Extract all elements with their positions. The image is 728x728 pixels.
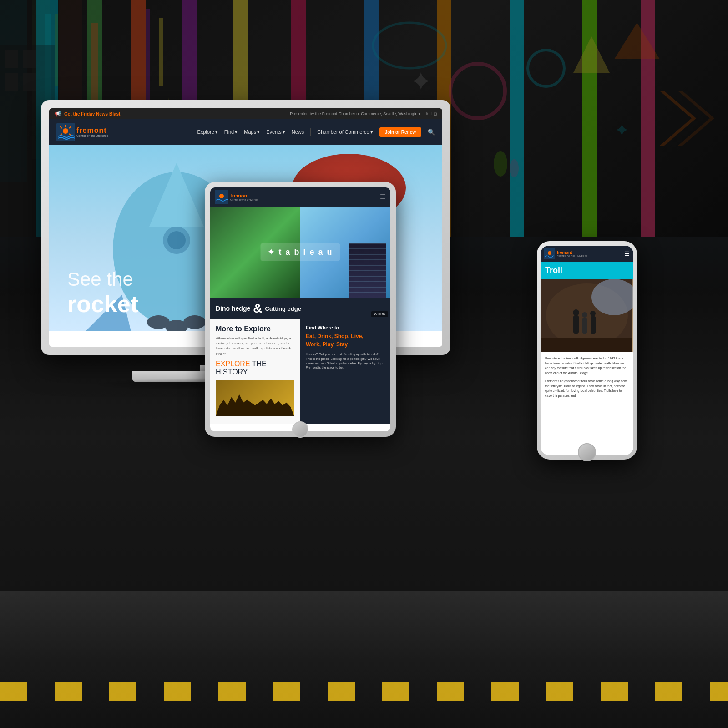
tablet-topbar: fremont Center of the Universe ☰ (210, 187, 390, 207)
phone-device: fremont CENTER OF THE UNIVERSE ☰ Troll (537, 241, 637, 460)
svg-point-42 (183, 315, 206, 329)
social-icons: 𝕏 f ◻ (425, 111, 437, 116)
svg-point-54 (573, 309, 579, 316)
tablet-find-section: Find Where to Eat, Drink, Shop, Live, Wo… (300, 319, 390, 424)
nav-maps[interactable]: Maps ▾ (244, 129, 260, 135)
tablet-lower: More to Explore Where else will you find… (210, 319, 390, 424)
tablet-hero-image: ✦ t a b l e a u (210, 207, 390, 298)
phone-hero-image (541, 279, 633, 352)
tablet-frame: fremont Center of the Universe ☰ ✦ t a b… (205, 182, 396, 437)
find-description: Hungry? Got you covered. Meeting up with… (306, 352, 385, 370)
join-renew-button[interactable]: Join or Renew (379, 127, 421, 137)
announcement-link[interactable]: Get the Friday News Blast (64, 111, 120, 116)
hero-rocket-label: rocket (67, 290, 138, 318)
tablet-menu-icon[interactable]: ☰ (380, 193, 386, 201)
twitter-icon[interactable]: 𝕏 (425, 111, 429, 116)
nav-events[interactable]: Events ▾ (266, 129, 285, 135)
nav-find[interactable]: Find ▾ (224, 129, 238, 135)
phone-troll-bar: Troll (541, 262, 633, 279)
announcement-left: 📢 Get the Friday News Blast (55, 111, 120, 117)
phone-content-para1: Ever since the Aurora Bridge was erected… (545, 356, 629, 375)
gasworks-silhouette (216, 389, 294, 416)
hero-text-overlay: See the rocket (67, 268, 138, 318)
chevron-icon: ▾ (235, 129, 238, 135)
explore-link-explore: EXPLORE (216, 360, 250, 368)
building-windows (349, 243, 386, 298)
svg-rect-55 (582, 318, 587, 334)
gasworks-image (216, 380, 294, 416)
phone-logo-name: fremont (557, 250, 587, 255)
svg-rect-57 (591, 316, 596, 334)
nav-divider (310, 128, 311, 136)
logo-fremont-name: fremont (76, 127, 108, 134)
phone-logo-subtitle: CENTER OF THE UNIVERSE (557, 255, 587, 258)
tablet-logo-name: fremont (230, 193, 258, 198)
phone-menu-icon[interactable]: ☰ (625, 251, 630, 257)
chevron-icon: ▾ (283, 129, 285, 135)
nav-explore[interactable]: Explore ▾ (197, 129, 218, 135)
laptop-navbar: fremont Center of the Universe Explore ▾… (49, 119, 442, 145)
ampersand-symbol: & (253, 301, 262, 316)
phone-screen: fremont CENTER OF THE UNIVERSE ☰ Troll (541, 246, 633, 455)
announcement-bar: 📢 Get the Friday News Blast Presented by… (49, 108, 442, 119)
find-links: Eat, Drink, Shop, Live, Work, Play, Stay (306, 332, 385, 349)
logo-subtitle: Center of the Universe (76, 134, 108, 137)
svg-point-49 (548, 251, 551, 255)
svg-point-58 (590, 311, 596, 316)
tablet-logo-area: fremont Center of the Universe (215, 190, 258, 204)
street (0, 592, 728, 728)
phone-topbar: fremont CENTER OF THE UNIVERSE ☰ (541, 246, 633, 262)
svg-point-29 (63, 128, 68, 134)
announcement-right: Presented by the Fremont Chamber of Comm… (290, 111, 437, 116)
hero-see-label: See the (67, 268, 133, 290)
chevron-icon: ▾ (215, 129, 218, 135)
road-lines-2 (0, 692, 728, 701)
tablet-logo-text: fremont Center of the Universe (230, 193, 258, 201)
nav-items: Explore ▾ Find ▾ Maps ▾ Events ▾ News Ch… (197, 127, 435, 137)
phone-troll-heading: Troll (545, 266, 562, 275)
instagram-icon[interactable]: ◻ (434, 111, 437, 116)
tableau-text: ✦ t a b l e a u (268, 248, 333, 257)
phone-logo-icon (544, 248, 555, 259)
work-badge: WORK (371, 311, 388, 317)
svg-rect-59 (541, 338, 632, 352)
tablet-explore-section: More to Explore Where else will you find… (210, 319, 300, 424)
svg-point-47 (219, 194, 224, 198)
road-lines-1 (0, 682, 728, 692)
tablet-dino-hedge: Dino hedge (216, 305, 250, 312)
svg-point-56 (582, 312, 587, 318)
tablet-caption: Dino hedge & Cutting edge WORK (210, 298, 390, 319)
explore-link[interactable]: EXPLORE THE HISTORY (216, 360, 294, 376)
svg-point-45 (167, 231, 186, 249)
phone-frame: fremont CENTER OF THE UNIVERSE ☰ Troll (537, 241, 637, 460)
phone-content: Ever since the Aurora Bridge was erected… (541, 352, 633, 403)
facebook-icon[interactable]: f (430, 111, 432, 116)
tablet-device: fremont Center of the Universe ☰ ✦ t a b… (205, 182, 396, 437)
tablet-screen: fremont Center of the Universe ☰ ✦ t a b… (210, 187, 390, 431)
search-icon[interactable]: 🔍 (428, 129, 435, 136)
phone-logo-area: fremont CENTER OF THE UNIVERSE (544, 248, 587, 259)
nav-news[interactable]: News (292, 129, 304, 135)
tablet-logo-icon (215, 190, 228, 204)
phone-content-para2: Fremont's neighborhood trolls have come … (545, 379, 629, 398)
hero-see-text: See the rocket (67, 268, 138, 318)
find-title: Find Where to (306, 325, 385, 330)
tablet-cutting-edge: Cutting edge (265, 305, 301, 312)
megaphone-icon: 📢 (55, 111, 61, 117)
tablet-home-button[interactable] (292, 421, 308, 438)
tablet-logo-subtitle: Center of the Universe (230, 198, 258, 201)
chevron-icon: ▾ (257, 129, 260, 135)
nav-chamber[interactable]: Chamber of Commerce ▾ (317, 129, 373, 135)
laptop-logo: fremont Center of the Universe (56, 123, 108, 141)
svg-rect-53 (573, 315, 579, 334)
chevron-icon: ▾ (370, 129, 373, 135)
explore-description: Where else will you find a troll, a draw… (216, 336, 294, 356)
building-shape (349, 243, 386, 298)
explore-title: More to Explore (216, 325, 294, 333)
phone-home-button[interactable] (578, 443, 596, 461)
tableau-badge: ✦ t a b l e a u (260, 243, 340, 261)
logo-icon (56, 123, 75, 141)
phone-logo-text: fremont CENTER OF THE UNIVERSE (557, 250, 587, 258)
logo-text-area: fremont Center of the Universe (76, 127, 108, 137)
